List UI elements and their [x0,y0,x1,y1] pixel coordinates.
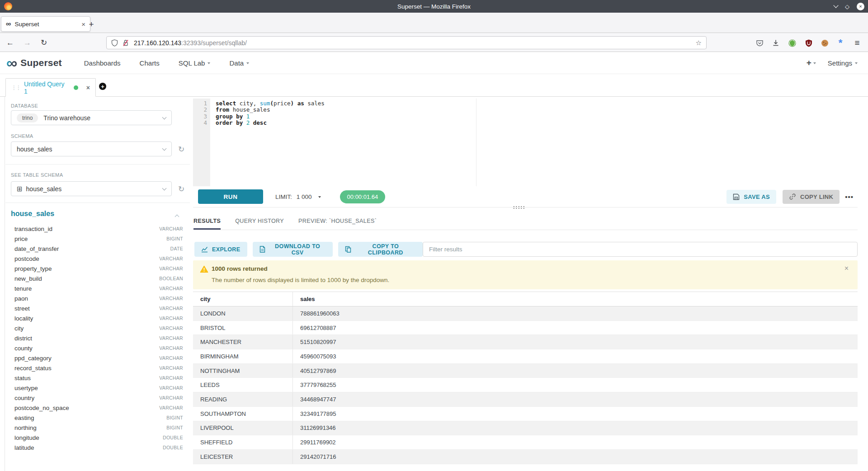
run-button[interactable]: RUN [198,189,263,204]
table-row: LEEDS37779768255 [193,378,858,392]
chevron-down-icon [813,62,816,64]
chart-icon [201,246,208,253]
privacy-badger-icon[interactable] [788,38,797,47]
superset-logo[interactable]: ∞ Superset [6,56,62,70]
column-row: statusVARCHAR [0,373,193,383]
save-as-button[interactable]: SAVE AS [726,190,776,204]
nav-item-charts[interactable]: Charts [130,59,169,67]
column-type: VARCHAR [159,385,183,391]
cell-sales: 31126991346 [293,421,858,435]
column-type: BOOLEAN [159,276,183,281]
browser-tab[interactable]: ∞ Superset × [1,16,90,32]
chevron-down-icon [855,62,858,64]
column-name: longitude [14,434,39,441]
browser-tab-title: Superset [14,21,81,28]
table-name-heading[interactable]: house_sales [11,210,54,218]
new-tab-button[interactable]: + [86,19,97,30]
url-bar[interactable]: 217.160.120.143:32393/superset/sqllab/ ☆ [106,36,707,49]
column-row: postcodeVARCHAR [0,254,193,264]
cell-sales: 69612708887 [293,321,858,335]
copy-link-button[interactable]: COPY LINK [783,190,840,204]
ublock-icon[interactable] [804,38,813,47]
containers-asterisk-icon[interactable]: * [836,38,845,47]
column-row: countryVARCHAR [0,393,193,403]
refresh-table-icon[interactable]: ↻ [177,184,186,193]
nav-item-dashboards[interactable]: Dashboards [75,59,130,67]
cookie-icon[interactable] [820,38,829,47]
window-controls: ◇ × [834,0,864,13]
forward-icon[interactable]: → [24,33,31,52]
column-name: street [14,305,30,312]
tab-query-history[interactable]: QUERY HISTORY [235,212,284,230]
column-type: VARCHAR [159,345,183,351]
bookmark-star-icon[interactable]: ☆ [696,39,702,47]
column-row: eastingBIGINT [0,413,193,423]
column-name: northing [14,424,37,431]
file-icon [259,246,265,253]
maximize-icon[interactable]: ◇ [845,3,849,10]
link-icon [789,193,796,200]
table-row: LONDON788861960063 [193,306,858,321]
column-name: latitude [14,444,34,451]
new-item-button[interactable]: + [807,58,816,68]
add-query-tab-button[interactable]: + [99,83,106,90]
results-tabs: RESULTS QUERY HISTORY PREVIEW: `HOUSE_SA… [193,212,858,230]
download-csv-button[interactable]: DOWNLOAD TO CSV [253,242,333,257]
column-type: VARCHAR [159,335,183,341]
results-table: city sales LONDON788861960063BRISTOL6961… [193,292,858,464]
schema-select[interactable]: house_sales [11,141,172,156]
column-row: cityVARCHAR [0,323,193,333]
column-row: localityVARCHAR [0,313,193,323]
settings-menu[interactable]: Settings [828,59,858,67]
download-icon[interactable] [771,38,780,47]
cell-sales: 29142071716 [293,450,858,464]
column-name: date_of_transfer [14,245,59,252]
sql-editor[interactable]: 1234 select city, sum(price) as salesfro… [193,99,858,186]
column-row: ppd_categoryVARCHAR [0,353,193,363]
refresh-schema-icon[interactable]: ↻ [177,145,186,154]
header-city[interactable]: city [193,292,293,306]
tab-results[interactable]: RESULTS [193,212,221,230]
cell-city: READING [193,392,293,406]
browser-tab-close-icon[interactable]: × [81,20,85,28]
reload-icon[interactable]: ↻ [41,33,47,52]
column-name: transaction_id [14,226,52,232]
table-select[interactable]: ⊞ house_sales [11,181,172,196]
query-tab[interactable]: ⋮⋮ Untitled Query 1 × [5,78,96,97]
column-row: date_of_transferDATE [0,244,193,254]
database-select[interactable]: trino Trino warehouse [11,110,172,125]
nav-item-data[interactable]: Data [220,59,259,67]
query-tab-close-icon[interactable]: × [86,84,90,91]
tab-preview-house-sales[interactable]: PREVIEW: `HOUSE_SALES` [298,212,377,230]
window-close-icon[interactable]: × [857,3,864,10]
cell-city: BRISTOL [193,321,293,335]
superset-favicon-icon: ∞ [6,20,11,28]
table-row: SOUTHAMPTON32349177895 [193,407,858,421]
table-schema-label: SEE TABLE SCHEMA [11,172,63,178]
pocket-icon[interactable] [755,38,764,47]
lock-disabled-icon[interactable] [123,39,129,47]
chevron-up-icon[interactable] [175,215,179,219]
menu-icon[interactable]: ≡ [853,38,862,47]
column-row: districtVARCHAR [0,333,193,343]
limit-dropdown[interactable]: LIMIT: 1 000 [275,193,321,200]
back-icon[interactable]: ← [6,33,14,52]
shield-icon[interactable] [111,39,118,47]
explore-button[interactable]: EXPLORE [194,242,247,257]
drag-handle-icon[interactable]: ⋮⋮ [11,85,20,91]
nav-item-sql-lab[interactable]: SQL Lab [169,59,220,67]
header-sales[interactable]: sales [293,292,858,306]
filter-results-input[interactable] [423,242,858,257]
cell-city: NOTTINGHAM [193,364,293,378]
editor-code: select city, sum(price) as salesfrom hou… [216,100,858,126]
cell-sales: 788861960063 [293,306,858,320]
more-options-icon[interactable]: ••• [845,193,854,201]
column-type: VARCHAR [159,266,183,271]
column-row: new_buildBOOLEAN [0,273,193,283]
clipboard-icon [345,246,351,253]
minimize-icon[interactable] [833,3,838,8]
resize-grip[interactable] [513,206,524,209]
alert-close-icon[interactable]: × [844,264,849,273]
sidebar: DATABASE trino Trino warehouse SCHEMA ho… [0,97,193,471]
copy-clipboard-button[interactable]: COPY TO CLIPBOARD [338,242,423,257]
